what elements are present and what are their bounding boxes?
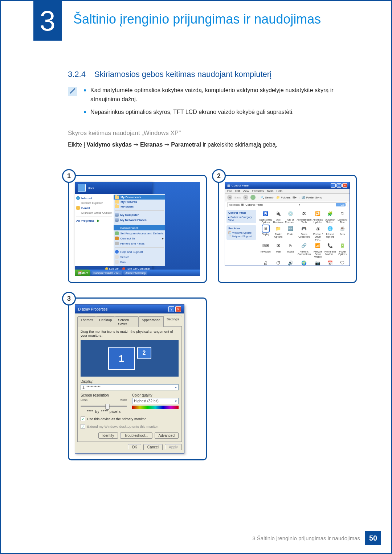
dialog-titlebar: Display Properties ? × [75,305,184,313]
cp-applet[interactable]: 📶Network Setup Wizard [312,242,323,258]
cp-applet[interactable]: ✉Mail [273,242,284,258]
cp-applet[interactable]: 🖱Mouse [285,242,296,258]
cp-applet[interactable]: 🔁Automatic Updates [312,210,323,223]
cp-applet[interactable]: 🔤Fonts [285,225,296,241]
cp-applet[interactable]: 🔌Add Hardware [273,210,284,223]
ok-button[interactable]: OK [128,444,141,450]
sm-mymusic[interactable]: My Music [115,204,164,209]
sub-heading: Skyros keitimas naudojant „Windows XP" [68,130,181,137]
sm-allprograms[interactable]: All Programs▶ [76,218,112,223]
resolution-slider[interactable] [81,403,127,409]
sm-mydocs[interactable]: My Documents [114,195,165,200]
sm-printers[interactable]: Printers and Faxes [115,241,164,246]
color-label: Color quality [132,393,179,397]
menu-view[interactable]: View [243,189,249,193]
cp-applet[interactable]: 🎮Game Controllers [297,225,312,241]
menu-edit[interactable]: Edit [235,189,240,193]
search-icon [115,255,119,259]
cp-applet[interactable]: 📅Scheduled Tasks [324,259,336,266]
troubleshoot-button[interactable]: Troubleshoot... [120,432,152,439]
identify-button[interactable]: Identify [98,432,118,439]
up-button[interactable]: ↑ [250,195,256,200]
color-select[interactable]: Highest (32 bit) ▾ [132,398,179,404]
note-block: Kad matytumėte optimalios kokybės vaizdą… [68,86,357,120]
chevron-down-icon[interactable]: ▾ [299,203,300,206]
cp-applet[interactable]: 💿Add or Remove... [285,210,296,223]
tab-strip: Themes Desktop Screen Saver Appearance S… [75,313,184,326]
cp-applet[interactable]: 🌐Internet Options [324,225,336,241]
menu-favorites[interactable]: Favorites [252,189,264,193]
taskbar-item[interactable]: Adobe Photoshop [123,271,147,275]
cp-applet[interactable]: 🔗Network Connections [297,242,312,258]
switch-category-link[interactable]: ▸ Switch to Category View [228,216,254,222]
monitor-2[interactable]: 2 [137,347,151,359]
sm-mycomputer[interactable]: My Computer [115,212,164,217]
cp-applet[interactable]: 📷Scanners and Cameras [312,259,323,266]
search-button[interactable]: 🔍 Search [261,196,274,199]
sm-run[interactable]: Run... [115,259,164,264]
folders-button[interactable]: 📁 Folders [276,196,290,199]
monitor-arrangement[interactable]: 1 2 [81,340,179,377]
address-bar[interactable]: Address ▦ Control Panel ▾ → Go [227,202,347,207]
figure-1: 1 User Internet Internet Explorer E-mail [68,175,207,283]
control-panel-icons-grid: ♿Accessibility Options🔌Add Hardware💿Add … [258,208,350,266]
cp-applet[interactable]: ⌨Keyboard [259,242,272,258]
help-button[interactable]: ? [168,306,174,312]
close-button[interactable]: × [342,183,347,188]
bullet-item: Kad matytumėte optimalios kokybės vaizdą… [84,86,357,104]
forward-button[interactable]: ► [243,195,248,200]
cp-applet[interactable]: 🛡Security Center [337,259,348,266]
sm-search[interactable]: Search [115,254,164,259]
menu-file[interactable]: File [227,189,232,193]
cp-applet[interactable]: 🖥Display [259,225,272,241]
foldersync-button[interactable]: 🔄 Folder Sync [302,196,322,199]
sm-setprogram[interactable]: Set Program Access and Defaults [115,231,164,236]
cp-applet[interactable]: 🌍Regional and Language... [297,259,312,266]
sm-internet[interactable]: Internet [76,196,112,201]
tab-settings[interactable]: Settings [163,316,182,326]
cp-applet[interactable]: 📞Phone and Modem... [324,242,336,258]
cp-applet[interactable]: ♿Accessibility Options [259,210,272,223]
views-button[interactable]: ⊞▾ [293,196,297,199]
menu-tools[interactable]: Tools [267,189,274,193]
extend-checkbox[interactable]: ✓Extend my Windows desktop onto this mon… [81,424,179,429]
cp-applet[interactable]: 🖨Printers and Faxes [259,259,272,266]
advanced-button[interactable]: Advanced [155,432,179,439]
cp-applet[interactable]: 🗓Date and Time [337,210,348,223]
cp-applet[interactable]: 📁Folder Options [273,225,284,241]
cp-applet[interactable]: 🔊Realtek HD Sound Eff... [285,259,296,266]
sm-mypics[interactable]: My Pictures [115,200,164,204]
tab-appearance[interactable]: Appearance [138,316,163,327]
windows-update-link[interactable]: 🪟 Windows Update [228,231,254,235]
cp-applet[interactable]: 🔋Power Options [337,242,348,258]
primary-checkbox[interactable]: ✓Use this device as the primary monitor. [81,416,179,421]
sm-controlpanel-highlighted[interactable]: Control Panel [114,225,165,230]
cp-applet[interactable]: 🧩Autodesk Plotter... [324,210,336,223]
cp-applet[interactable]: ⏱QuickTime [273,259,284,266]
help-support-link[interactable]: ❔ Help and Support [228,235,254,238]
close-button[interactable]: × [175,306,181,312]
help-icon [115,250,119,254]
menu-help[interactable]: Help [276,189,282,193]
minimize-button[interactable]: − [331,183,336,188]
cp-applet[interactable]: ☕Java [337,225,348,241]
tab-themes[interactable]: Themes [77,316,96,327]
cp-applet[interactable]: 🛠Administrative Tools [297,210,312,223]
start-button[interactable]: 🪟 start [75,270,90,276]
sm-help[interactable]: Help and Support [115,249,164,254]
apply-button[interactable]: Apply [165,444,182,450]
cancel-button[interactable]: Cancel [143,444,163,450]
sm-connectto[interactable]: Connect To▸ [115,236,164,241]
taskbar-item[interactable]: Computer Guides - Wi... [91,271,122,275]
tab-screensaver[interactable]: Screen Saver [115,316,139,327]
tab-desktop[interactable]: Desktop [96,316,115,327]
go-button[interactable]: → Go [336,203,346,206]
back-button[interactable]: ◄ [227,195,232,200]
maximize-button[interactable]: ▢ [336,183,342,188]
display-select[interactable]: 1. ********** ▾ [81,384,179,390]
sm-mynetwork[interactable]: My Network Places [115,217,164,222]
monitor-1[interactable]: 1 [108,347,135,370]
sm-email[interactable]: E-mail [76,205,112,210]
cp-applet[interactable]: 🖨Printers / Driver For... [312,225,323,241]
folder-icon [115,200,119,204]
